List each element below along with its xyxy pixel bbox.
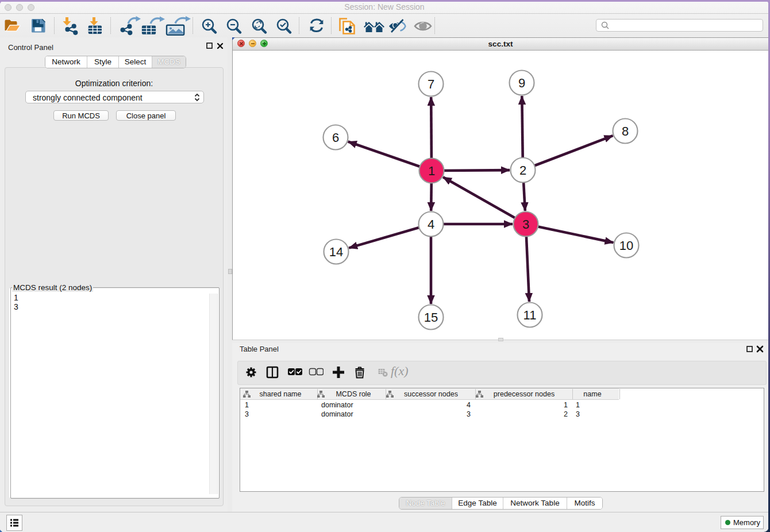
svg-text:1: 1 xyxy=(428,164,435,178)
svg-text:shared name: shared name xyxy=(260,390,302,398)
svg-text:predecessor nodes: predecessor nodes xyxy=(494,390,555,398)
svg-text:successor nodes: successor nodes xyxy=(404,390,458,398)
svg-text:11: 11 xyxy=(523,308,537,322)
svg-text:15: 15 xyxy=(424,310,438,325)
svg-text:10: 10 xyxy=(619,238,633,253)
svg-text:2: 2 xyxy=(519,163,526,178)
svg-text:name: name xyxy=(583,390,601,398)
svg-text:4: 4 xyxy=(428,217,434,232)
svg-text:7: 7 xyxy=(428,77,434,91)
svg-text:9: 9 xyxy=(518,76,525,90)
svg-text:6: 6 xyxy=(332,130,339,145)
svg-text:3: 3 xyxy=(522,217,529,232)
svg-text:8: 8 xyxy=(622,124,629,138)
svg-text:14: 14 xyxy=(329,245,343,259)
svg-text:MCDS role: MCDS role xyxy=(336,390,371,398)
